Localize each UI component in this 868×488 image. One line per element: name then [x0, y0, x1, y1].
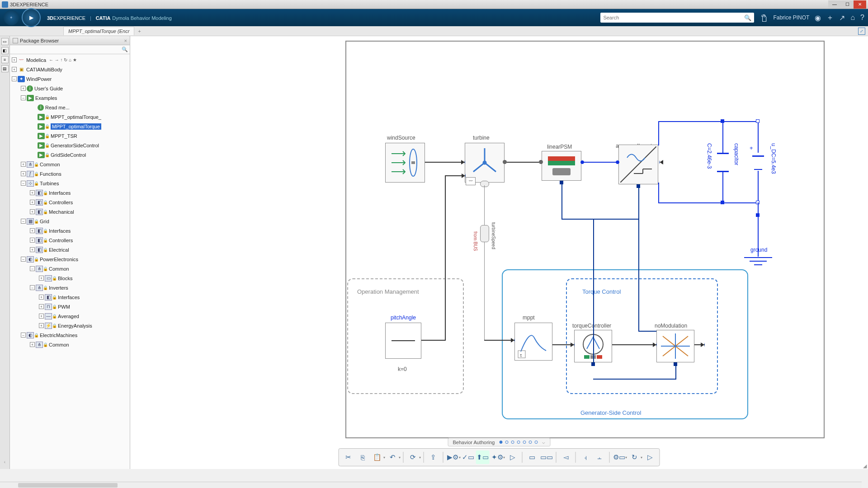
window-minimize-button[interactable]: — — [828, 0, 841, 9]
undo-button[interactable]: ↶ — [386, 450, 400, 464]
page-dot-1[interactable] — [499, 441, 502, 444]
tree-turb-controllers[interactable]: +◧🔒Controllers — [10, 197, 130, 207]
browser-search-icon[interactable]: 🔍 — [122, 47, 128, 52]
compass-icon[interactable]: ✦ — [4, 10, 19, 25]
tree-pe-blocks[interactable]: +▭🔒Blocks — [10, 273, 130, 283]
svg-rect-5 — [552, 168, 571, 175]
play-button[interactable]: ▷ — [506, 450, 519, 464]
tree-turb-interfaces[interactable]: +◧🔒Interfaces — [10, 188, 130, 197]
block-mppt[interactable]: τ — [514, 323, 552, 361]
share-icon[interactable]: ↗ — [839, 14, 845, 22]
rail-collapse-handle[interactable]: ‹ — [4, 460, 5, 465]
tree-common[interactable]: +⋔🔒Common — [10, 160, 130, 169]
tab-mppt[interactable]: MPPT_optimalTorque (Encr — [63, 27, 134, 35]
add-icon[interactable]: ＋ — [826, 13, 834, 23]
diagram-canvas[interactable]: windSource turbine 〰 linearPSM averagedI… — [130, 36, 868, 469]
tree-catiamultibody[interactable]: +▣CATIAMultiBody — [10, 65, 130, 74]
resize-grip[interactable]: ◢ — [862, 463, 868, 469]
sensor-turbinespeed[interactable] — [480, 225, 489, 242]
bottom-page-tabs[interactable]: Behavior Authoring ⌵ — [448, 438, 551, 446]
browser-search[interactable]: 🔍 — [10, 45, 130, 54]
browser-scrollbar[interactable] — [0, 482, 862, 488]
tree-mppt-tsr[interactable]: ▶🔒MPPT_TSR — [10, 131, 130, 141]
tree-turb-mechanical[interactable]: +◧🔒Mechanical — [10, 207, 130, 216]
rail-plot-button[interactable]: ▤ — [1, 65, 9, 72]
block-avginv[interactable] — [618, 145, 658, 184]
check-button[interactable]: ✓▭ — [462, 450, 475, 464]
package-tree[interactable]: +〰Modelica← → ↑ ↻ ⌂ ★ +▣CATIAMultiBody −… — [10, 54, 130, 469]
window-maximize-button[interactable]: ☐ — [841, 0, 854, 9]
tree-functions[interactable]: +ƒ🔒Functions — [10, 169, 130, 178]
block-turbine[interactable] — [465, 143, 505, 183]
tree-inv-interfaces[interactable]: +◧🔒Interfaces — [10, 292, 130, 302]
tree-grid-electrical[interactable]: +◧🔒Electrical — [10, 245, 130, 254]
window-close-button[interactable]: ✕ — [854, 0, 866, 9]
translate-button[interactable]: ⬆▭ — [476, 450, 490, 464]
diagram-frame: windSource turbine 〰 linearPSM averagedI… — [345, 41, 825, 438]
block-pitchangle[interactable] — [385, 323, 421, 359]
simulate-button[interactable]: ▶⚙ — [446, 450, 460, 464]
rail-diagram-button[interactable]: ▭ — [1, 38, 9, 45]
tree-mppt-opt1[interactable]: ▶🔒MPPT_optimalTorque_ — [10, 112, 130, 122]
rail-text-button[interactable]: ≡ — [1, 56, 9, 63]
tree-examples[interactable]: −▶Examples — [10, 93, 130, 103]
tree-turbines[interactable]: −⊹🔒Turbines — [10, 178, 130, 188]
tree-windpower[interactable]: −✦WindPower — [10, 74, 130, 84]
search-box[interactable]: 🔍 — [600, 13, 754, 23]
page-dot-4[interactable] — [517, 441, 520, 444]
search-icon[interactable]: 🔍 — [744, 14, 751, 21]
tree-pe-inverters[interactable]: −⋔🔒Inverters — [10, 283, 130, 292]
tree-em-common[interactable]: +⋔🔒Common — [10, 340, 130, 349]
user-avatar-icon[interactable]: ◉ — [815, 14, 821, 22]
tree-mppt-opt2[interactable]: ▶🔒MPPT_optimalTorque — [10, 122, 130, 131]
page-chevron-icon[interactable]: ⌵ — [542, 439, 545, 445]
copy-button[interactable]: ⎘ — [356, 450, 370, 464]
back-button[interactable]: ◅ — [559, 450, 573, 464]
action-toolbar: ✂ ⎘ 📋▾ ↶▾ ⟳▾ ⇪ ▶⚙▾ ✓▭ ⬆▭ ✦⚙▾ ▷ ▭ ▭▭ ◅ ⫞ … — [339, 448, 660, 466]
tree-genside[interactable]: ▶🔒GeneratorSideControl — [10, 141, 130, 150]
animate-button[interactable]: ✦⚙ — [491, 450, 504, 464]
rect-button[interactable]: ▭ — [525, 450, 539, 464]
block-linearpsm[interactable] — [542, 151, 581, 181]
page-dot-7[interactable] — [534, 441, 538, 444]
tree-gridside[interactable]: ▶🔒GridSideControl — [10, 150, 130, 160]
home-icon[interactable]: ⌂ — [850, 14, 855, 22]
settings-button[interactable]: ⚙▭ — [613, 450, 626, 464]
help-icon[interactable]: ? — [860, 14, 864, 22]
tree-elecmach[interactable]: −◐🔒ElectricMachines — [10, 330, 130, 340]
search-input[interactable] — [603, 15, 744, 20]
tree-pe-common[interactable]: −⋔🔒Common — [10, 264, 130, 273]
play-orb-button[interactable] — [22, 8, 41, 27]
block-nomodulation[interactable] — [656, 330, 694, 362]
forward-button[interactable]: ▷ — [643, 450, 657, 464]
reload-button[interactable]: ↻ — [628, 450, 642, 464]
tree-grid-interfaces[interactable]: +◧🔒Interfaces — [10, 226, 130, 235]
tree-powerelec[interactable]: −◐🔒PowerElectronics — [10, 254, 130, 264]
refresh-button[interactable]: ⟳ — [406, 450, 420, 464]
tree-usersguide[interactable]: +iUser's Guide — [10, 84, 130, 93]
cut-button[interactable]: ✂ — [342, 450, 355, 464]
tree-grid-controllers[interactable]: +◧🔒Controllers — [10, 235, 130, 245]
block-windsource[interactable] — [385, 143, 425, 183]
tree-inv-energy[interactable]: +⚡🔒EnergyAnalysis — [10, 321, 130, 330]
rail-3d-button[interactable]: ◧ — [1, 47, 9, 54]
page-dot-3[interactable] — [511, 441, 514, 444]
split-h-button[interactable]: ⫞ — [579, 450, 592, 464]
tree-grid[interactable]: −▦🔒Grid — [10, 216, 130, 226]
browser-search-input[interactable] — [12, 47, 122, 52]
page-dot-6[interactable] — [528, 441, 532, 444]
tag-icon[interactable]: 🏷 — [759, 14, 769, 22]
group-button[interactable]: ▭▭ — [540, 450, 553, 464]
paste-button[interactable]: 📋 — [371, 450, 384, 464]
page-dot-2[interactable] — [505, 441, 508, 444]
tree-readme[interactable]: iRead me... — [10, 103, 130, 112]
tree-inv-pwm[interactable]: +⊓🔒PWM — [10, 302, 130, 311]
page-dot-5[interactable] — [523, 441, 526, 444]
tree-modelica[interactable]: +〰Modelica← → ↑ ↻ ⌂ ★ — [10, 55, 130, 65]
maximize-diagram-button[interactable]: ⤢ — [858, 28, 865, 35]
export-button[interactable]: ⇪ — [427, 450, 440, 464]
browser-close-button[interactable]: × — [124, 38, 127, 43]
tab-add-button[interactable]: + — [134, 27, 144, 35]
tree-inv-averaged[interactable]: +—🔒Averaged — [10, 311, 130, 321]
split-v-button[interactable]: ⫠ — [593, 450, 607, 464]
